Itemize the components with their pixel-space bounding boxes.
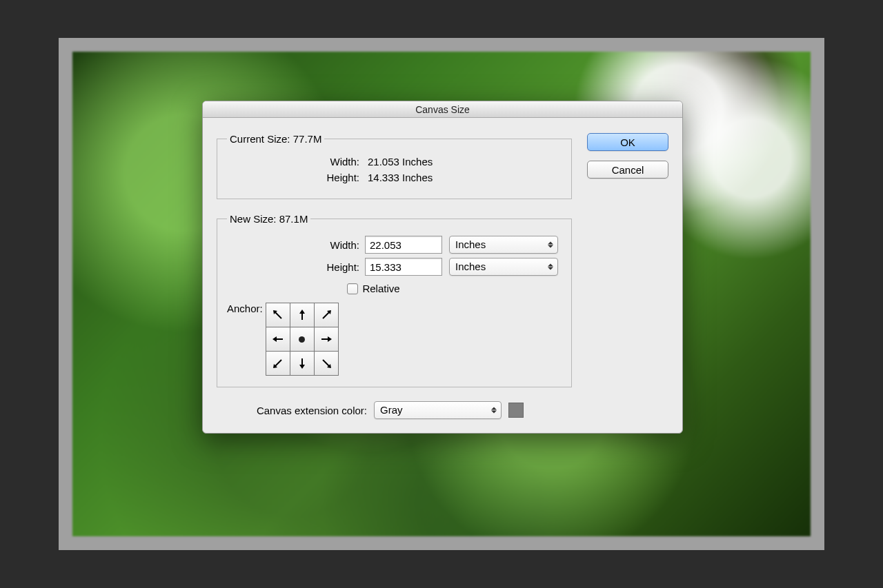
anchor-nw[interactable] bbox=[266, 303, 290, 327]
current-width-value: 21.053 Inches bbox=[365, 156, 433, 168]
anchor-ne[interactable] bbox=[315, 303, 338, 327]
relative-checkbox[interactable] bbox=[347, 283, 358, 294]
anchor-label: Anchor: bbox=[227, 303, 263, 314]
new-width-label: Width: bbox=[227, 239, 365, 251]
current-width-label: Width: bbox=[227, 156, 365, 168]
anchor-center[interactable] bbox=[290, 327, 314, 351]
extension-color-value: Gray bbox=[374, 401, 502, 419]
new-height-label: Height: bbox=[227, 261, 365, 273]
anchor-sw[interactable] bbox=[266, 352, 290, 375]
relative-label: Relative bbox=[362, 283, 399, 294]
extension-color-label: Canvas extension color: bbox=[217, 405, 367, 416]
anchor-w[interactable] bbox=[266, 327, 290, 351]
current-height-value: 14.333 Inches bbox=[365, 172, 433, 183]
current-size-group: Current Size: 77.7M Width: 21.053 Inches… bbox=[217, 133, 572, 199]
ok-button[interactable]: OK bbox=[587, 133, 668, 151]
width-unit-select[interactable]: Inches bbox=[449, 236, 558, 254]
anchor-n[interactable] bbox=[290, 303, 314, 327]
width-unit-value: Inches bbox=[449, 236, 558, 254]
anchor-e[interactable] bbox=[315, 327, 338, 351]
svg-marker-3 bbox=[299, 310, 305, 314]
svg-marker-9 bbox=[328, 336, 332, 342]
new-size-legend: New Size: 87.1M bbox=[227, 213, 310, 225]
current-size-legend: Current Size: 77.7M bbox=[227, 133, 324, 145]
extension-color-select[interactable]: Gray bbox=[374, 401, 502, 419]
svg-marker-13 bbox=[299, 365, 305, 369]
svg-marker-7 bbox=[272, 336, 277, 342]
height-unit-select[interactable]: Inches bbox=[449, 258, 558, 276]
new-size-group: New Size: 87.1M Width: Inches Height: In… bbox=[217, 213, 572, 387]
extension-color-swatch[interactable] bbox=[508, 403, 524, 418]
new-width-input[interactable] bbox=[365, 236, 442, 254]
anchor-grid bbox=[266, 303, 339, 376]
new-height-input[interactable] bbox=[365, 258, 442, 276]
height-unit-value: Inches bbox=[449, 258, 558, 276]
current-height-label: Height: bbox=[227, 172, 365, 183]
cancel-button[interactable]: Cancel bbox=[587, 161, 668, 179]
dialog-titlebar: Canvas Size bbox=[203, 101, 682, 118]
anchor-s[interactable] bbox=[290, 352, 314, 375]
dialog-title: Canvas Size bbox=[415, 104, 470, 115]
anchor-se[interactable] bbox=[315, 352, 338, 375]
canvas-size-dialog: Canvas Size Current Size: 77.7M Width: 2… bbox=[202, 101, 683, 434]
